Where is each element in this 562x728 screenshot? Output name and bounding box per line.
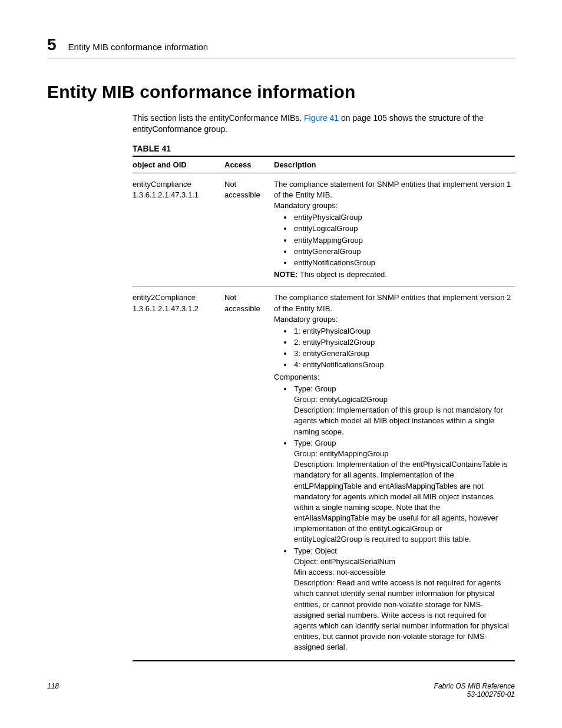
list-item: entityPhysicalGroup [293,212,511,223]
list-item: Type: Group Group: entityLogical2Group D… [293,384,511,437]
cell-access: Not accessible [224,286,274,661]
list-item: entityMappingGroup [293,235,511,246]
mandatory-label: Mandatory groups: [274,314,511,325]
components-list: Type: Group Group: entityLogical2Group D… [274,384,511,653]
mandatory-list: entityPhysicalGroup entityLogicalGroup e… [274,212,511,268]
cell-access: Not accessible [224,173,274,286]
desc-intro: The compliance statement for SNMP entiti… [274,292,511,314]
doc-id: 53-1002750-01 [434,690,515,699]
footer-right: Fabric OS MIB Reference 53-1002750-01 [434,682,515,699]
list-item: Type: Object Object: entPhysicalSerialNu… [293,546,511,653]
mandatory-list: 1: entityPhysicalGroup 2: entityPhysical… [274,326,511,371]
page-footer: 118 Fabric OS MIB Reference 53-1002750-0… [47,682,515,699]
cell-object: entityCompliance 1.3.6.1.2.1.47.3.1.1 [133,173,224,286]
object-oid: 1.3.6.1.2.1.47.3.1.1 [133,190,221,200]
component-heading: Type: Object [294,546,337,555]
component-line: Description: Implementation of this grou… [294,405,511,437]
note-line: NOTE: This object is deprecated. [274,269,511,280]
component-line: Description: Read and write access is no… [294,578,511,653]
component-heading: Type: Group [294,439,336,447]
object-name: entity2Compliance [133,292,221,303]
conformance-table: object and OID Access Description entity… [133,156,515,661]
object-name: entityCompliance [133,179,221,190]
page-number: 118 [47,682,59,699]
component-line: Group: entityMappingGroup [294,449,511,459]
list-item: entityLogicalGroup [293,223,511,234]
table-row: entityCompliance 1.3.6.1.2.1.47.3.1.1 No… [133,173,515,286]
desc-intro: The compliance statement for SNMP entiti… [274,179,511,200]
doc-title: Fabric OS MIB Reference [434,682,515,690]
list-item: 2: entityPhysical2Group [293,337,511,348]
components-label: Components: [274,372,511,383]
list-item: entityNotificationsGroup [293,258,511,268]
figure-link[interactable]: Figure 41 [304,113,339,123]
component-line: Min access: not-accessible [294,567,511,578]
object-oid: 1.3.6.1.2.1.47.3.1.2 [133,304,221,314]
intro-paragraph: This section lists the entityConformance… [133,113,515,136]
list-item: 4: entityNotificationsGroup [293,360,511,370]
intro-text-1: This section lists the entityConformance… [133,113,304,123]
component-line: Group: entityLogical2Group [294,394,511,405]
page-header: 5 Entity MIB conformance information [47,35,515,58]
note-label: NOTE: [274,270,297,279]
list-item: 1: entityPhysicalGroup [293,326,511,337]
mandatory-label: Mandatory groups: [274,200,511,211]
col-header-access: Access [224,156,274,173]
component-line: Description: Implementation of the entPh… [294,459,511,545]
cell-description: The compliance statement for SNMP entiti… [274,286,515,661]
table-row: entity2Compliance 1.3.6.1.2.1.47.3.1.2 N… [133,286,515,661]
list-item: Type: Group Group: entityMappingGroup De… [293,438,511,545]
col-header-object: object and OID [133,156,224,173]
component-heading: Type: Group [294,384,336,393]
cell-description: The compliance statement for SNMP entiti… [274,173,515,286]
list-item: entityGeneralGroup [293,246,511,257]
col-header-description: Description [274,156,515,173]
list-item: 3: entityGeneralGroup [293,348,511,359]
section-title: Entity MIB conformance information [47,82,515,102]
component-line: Object: entPhysicalSerialNum [294,556,511,567]
chapter-number: 5 [47,35,57,54]
table-caption: TABLE 41 [133,144,515,156]
note-text: This object is deprecated. [297,270,387,279]
running-head: Entity MIB conformance information [68,42,209,52]
cell-object: entity2Compliance 1.3.6.1.2.1.47.3.1.2 [133,286,224,661]
